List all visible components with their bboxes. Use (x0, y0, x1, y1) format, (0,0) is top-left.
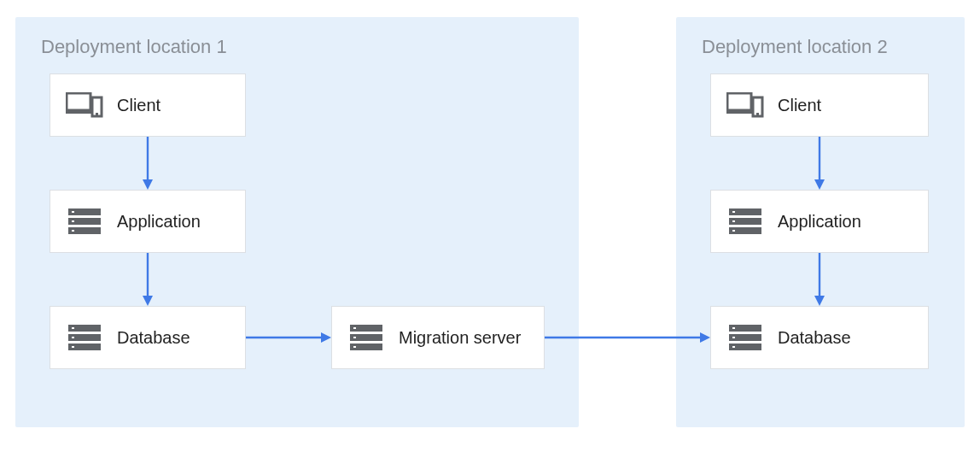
svg-marker-47 (814, 179, 825, 190)
arrow-client1-to-app1 (143, 137, 160, 190)
node-migration-server: Migration server (331, 306, 545, 369)
server-stack-icon (726, 322, 764, 353)
svg-marker-45 (700, 332, 710, 343)
svg-rect-7 (72, 220, 74, 222)
region-title-1: Deployment location 1 (41, 36, 227, 58)
node-label: Application (117, 211, 201, 232)
client-devices-icon (726, 90, 764, 120)
svg-rect-11 (72, 327, 74, 329)
node-database-1: Database (50, 306, 246, 369)
node-client-1: Client (50, 73, 246, 137)
node-label: Application (778, 211, 861, 232)
node-database-2: Database (710, 306, 929, 369)
svg-rect-0 (67, 93, 90, 110)
node-label: Client (778, 95, 821, 116)
client-devices-icon (66, 90, 103, 120)
svg-rect-23 (726, 111, 752, 114)
svg-rect-3 (96, 113, 98, 115)
node-client-2: Client (710, 73, 929, 137)
arrow-db1-to-migration (246, 333, 331, 350)
svg-marker-43 (321, 332, 331, 343)
node-label: Database (778, 327, 851, 349)
svg-rect-9 (72, 230, 74, 232)
node-label: Client (117, 95, 160, 116)
svg-marker-41 (143, 296, 153, 306)
svg-rect-35 (732, 337, 735, 338)
svg-rect-17 (353, 327, 356, 329)
svg-rect-29 (732, 220, 735, 222)
node-application-1: Application (50, 190, 246, 253)
svg-rect-21 (353, 346, 356, 348)
server-stack-icon (66, 322, 103, 353)
node-label: Database (117, 327, 190, 349)
svg-rect-33 (732, 327, 735, 329)
node-label: Migration server (399, 327, 521, 349)
svg-rect-25 (756, 113, 759, 115)
region-title-2: Deployment location 2 (702, 36, 888, 58)
arrow-app2-to-db2 (815, 253, 832, 306)
server-stack-icon (726, 206, 764, 237)
svg-rect-22 (727, 93, 751, 110)
svg-rect-1 (66, 111, 91, 114)
node-application-2: Application (710, 190, 929, 253)
server-stack-icon (66, 206, 103, 237)
arrow-app1-to-db1 (143, 253, 160, 306)
svg-rect-37 (732, 346, 735, 348)
svg-rect-13 (72, 337, 74, 338)
svg-rect-19 (353, 337, 356, 338)
arrow-migration-to-db2 (545, 333, 710, 350)
server-stack-icon (347, 322, 385, 353)
svg-rect-15 (72, 346, 74, 348)
arrow-client2-to-app2 (815, 137, 832, 190)
svg-rect-27 (732, 211, 735, 213)
svg-marker-49 (814, 296, 825, 306)
svg-marker-39 (143, 179, 153, 190)
svg-rect-31 (732, 230, 735, 232)
svg-rect-5 (72, 211, 74, 213)
